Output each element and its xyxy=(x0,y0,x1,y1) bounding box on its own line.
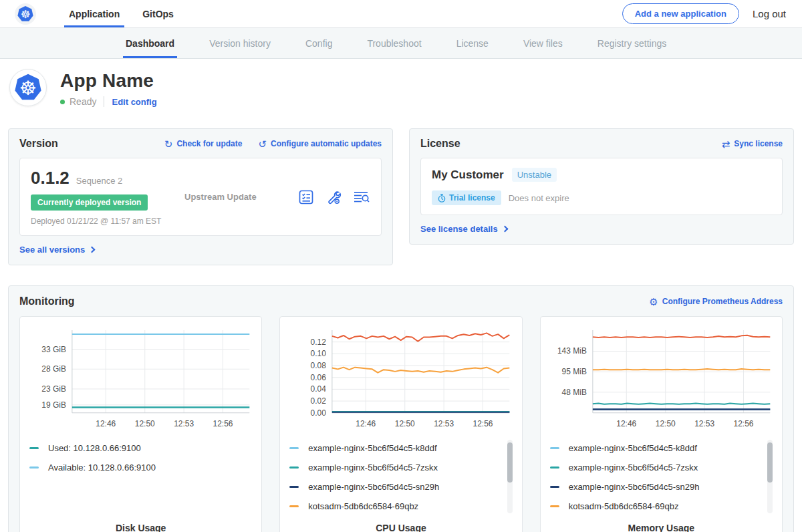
legend-item[interactable]: example-nginx-5bc6f5d4c5-7zskx xyxy=(289,458,501,477)
tab-registry-settings-label: Registry settings xyxy=(597,38,666,49)
legend-series-dash-icon xyxy=(550,505,559,507)
configure-automatic-updates-label: Configure automatic updates xyxy=(271,139,382,148)
svg-text:23 GiB: 23 GiB xyxy=(41,384,66,394)
legend-item[interactable]: example-nginx-5bc6f5d4c5-7zskx xyxy=(550,458,762,477)
clock-refresh-icon: ↺ xyxy=(258,139,267,149)
nav-tab-application-label: Application xyxy=(69,9,120,19)
legend-item[interactable]: example-nginx-5bc6f5d4c5-k8ddf xyxy=(289,438,501,458)
svg-text:☸: ☸ xyxy=(21,7,31,20)
disk-usage-legend: Used: 10.128.0.66:9100Available: 10.128.… xyxy=(29,438,252,477)
check-for-update-button[interactable]: ↻ Check for update xyxy=(164,139,243,149)
legend-series-dash-icon xyxy=(29,447,39,449)
svg-text:☸: ☸ xyxy=(19,77,37,100)
legend-item[interactable]: example-nginx-5bc6f5d4c5-sn29h xyxy=(550,477,762,497)
see-license-details-link[interactable]: See license details xyxy=(420,224,507,234)
svg-text:95 MiB: 95 MiB xyxy=(561,367,586,376)
svg-text:12:50: 12:50 xyxy=(395,419,415,428)
trial-license-label: Trial license xyxy=(449,193,495,203)
cpu-usage-legend: example-nginx-5bc6f5d4c5-k8ddfexample-ng… xyxy=(289,438,512,516)
legend-item[interactable]: kotsadm-5db6dc6584-69qbz xyxy=(289,497,501,516)
configure-automatic-updates-button[interactable]: ↺ Configure automatic updates xyxy=(258,139,382,149)
legend-series-dash-icon xyxy=(289,486,299,488)
legend-item[interactable]: kotsadm-5db6dc6584-69qbz xyxy=(550,497,762,516)
legend-series-dash-icon xyxy=(289,467,299,469)
legend-series-label: example-nginx-5bc6f5d4c5-7zskx xyxy=(308,462,438,473)
kubernetes-logo-icon[interactable]: ☸ xyxy=(15,3,36,25)
current-version-panel: 0.1.2 Sequence 2 Currently deployed vers… xyxy=(19,158,382,236)
tab-troubleshoot[interactable]: Troubleshoot xyxy=(350,28,438,58)
legend-item[interactable]: example-nginx-5bc6f5d4c5-sn29h xyxy=(289,477,501,497)
memory-usage-chart-title: Memory Usage xyxy=(550,516,773,532)
legend-scrollbar-thumb[interactable] xyxy=(507,442,513,483)
add-application-button[interactable]: Add a new application xyxy=(622,3,739,24)
sync-arrows-icon: ⇄ xyxy=(722,139,730,149)
legend-series-label: kotsadm-5db6dc6584-69qbz xyxy=(569,501,679,511)
svg-text:33 GiB: 33 GiB xyxy=(41,345,66,354)
app-sub-navbar: Dashboard Version history Config Trouble… xyxy=(0,28,802,59)
legend-scrollbar[interactable] xyxy=(767,440,773,513)
svg-text:143 MiB: 143 MiB xyxy=(557,347,587,356)
tab-config-label: Config xyxy=(305,38,332,49)
top-navbar: ☸ Application GitOps Add a new applicati… xyxy=(0,0,802,28)
stopwatch-icon xyxy=(438,194,446,203)
license-card: License ⇄ Sync license My Customer Unsta… xyxy=(409,128,794,245)
nav-tab-gitops-label: GitOps xyxy=(142,9,174,19)
tab-dashboard[interactable]: Dashboard xyxy=(108,28,192,58)
svg-text:12:53: 12:53 xyxy=(174,419,194,428)
svg-text:0.08: 0.08 xyxy=(311,361,327,370)
tab-registry-settings[interactable]: Registry settings xyxy=(580,28,684,58)
cpu-usage-chart-card: 0.000.020.040.060.080.100.1212:4612:5012… xyxy=(279,316,522,532)
tab-config[interactable]: Config xyxy=(288,28,350,58)
legend-series-dash-icon xyxy=(289,447,299,449)
see-all-versions-link[interactable]: See all versions xyxy=(19,245,94,255)
legend-scrollbar-thumb[interactable] xyxy=(767,442,773,483)
svg-text:12:46: 12:46 xyxy=(96,419,116,428)
legend-series-dash-icon xyxy=(550,467,559,469)
cpu-usage-chart-title: CPU Usage xyxy=(289,516,512,532)
svg-text:0.06: 0.06 xyxy=(311,373,327,382)
svg-text:48 MiB: 48 MiB xyxy=(561,388,586,397)
svg-text:19 GiB: 19 GiB xyxy=(41,400,66,410)
tab-troubleshoot-label: Troubleshoot xyxy=(367,38,421,49)
config-wrench-icon[interactable] xyxy=(325,189,342,205)
svg-text:28 GiB: 28 GiB xyxy=(41,364,66,374)
tab-view-files-label: View files xyxy=(523,38,563,49)
trial-license-badge: Trial license xyxy=(432,190,501,205)
svg-text:0.12: 0.12 xyxy=(311,338,327,347)
legend-scrollbar[interactable] xyxy=(507,440,513,513)
tab-view-files[interactable]: View files xyxy=(506,28,580,58)
legend-series-label: example-nginx-5bc6f5d4c5-k8ddf xyxy=(308,443,436,453)
nav-tab-gitops[interactable]: GitOps xyxy=(131,0,185,27)
tab-license[interactable]: License xyxy=(439,28,506,58)
legend-series-dash-icon xyxy=(550,447,559,449)
sequence-label: Sequence 2 xyxy=(76,176,122,186)
legend-series-label: example-nginx-5bc6f5d4c5-7zskx xyxy=(569,462,698,473)
legend-item[interactable]: example-nginx-5bc6f5d4c5-k8ddf xyxy=(550,438,762,458)
monitoring-title: Monitoring xyxy=(19,295,75,307)
channel-badge: Unstable xyxy=(512,168,557,182)
memory-usage-legend: example-nginx-5bc6f5d4c5-k8ddfexample-ng… xyxy=(550,438,773,516)
preflight-checks-icon[interactable] xyxy=(298,189,314,205)
chevron-right-icon xyxy=(89,247,96,253)
sync-license-button[interactable]: ⇄ Sync license xyxy=(722,139,783,149)
disk-usage-chart-card: 19 GiB23 GiB28 GiB33 GiB12:4612:5012:531… xyxy=(19,316,262,532)
svg-text:12:46: 12:46 xyxy=(356,419,376,428)
legend-item[interactable]: Available: 10.128.0.66:9100 xyxy=(29,458,241,477)
svg-text:12:56: 12:56 xyxy=(473,419,493,428)
logout-link[interactable]: Log out xyxy=(753,8,786,19)
divider xyxy=(104,96,104,107)
page-title: App Name xyxy=(60,70,157,92)
svg-text:12:46: 12:46 xyxy=(616,419,636,428)
configure-prometheus-button[interactable]: ⚙ Configure Prometheus Address xyxy=(649,297,783,307)
deploy-logs-icon[interactable] xyxy=(353,189,370,205)
chevron-right-icon xyxy=(501,226,508,233)
tab-version-history[interactable]: Version history xyxy=(192,28,288,58)
edit-config-link[interactable]: Edit config xyxy=(112,97,156,107)
version-card-title: Version xyxy=(19,138,58,150)
status-badge: Ready xyxy=(70,96,96,107)
legend-series-dash-icon xyxy=(289,505,299,507)
svg-text:0.04: 0.04 xyxy=(311,384,327,394)
legend-item[interactable]: Used: 10.128.0.66:9100 xyxy=(29,438,241,458)
memory-usage-chart: 48 MiB95 MiB143 MiB12:4612:5012:5312:56 xyxy=(550,325,773,430)
nav-tab-application[interactable]: Application xyxy=(57,0,131,27)
